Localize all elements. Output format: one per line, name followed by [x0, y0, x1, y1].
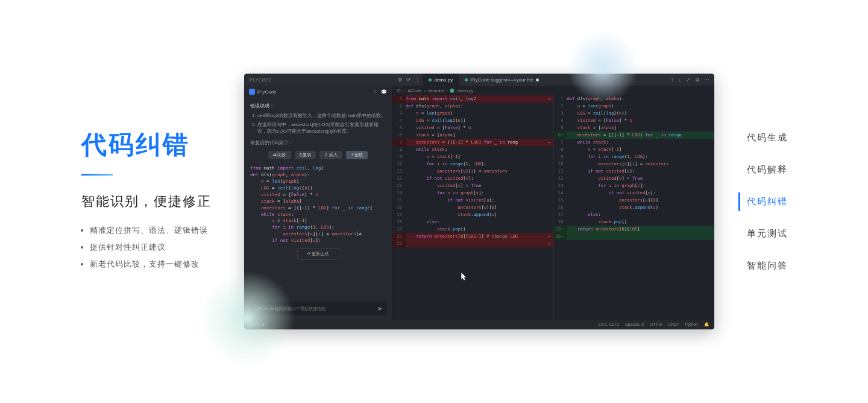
bullet-item: 提供针对性纠正建议 [90, 242, 244, 253]
arrow-up-icon[interactable]: ↑ [671, 77, 674, 83]
tab-label: demo.py [434, 77, 453, 83]
bg-blob [199, 270, 295, 367]
feature-bullets: 精准定位拼写、语法、逻辑错误 提供针对性纠正建议 新老代码比较，支持一键修改 [81, 225, 244, 270]
tab-label: iFlyCode suggest<-->your file [470, 77, 533, 83]
refresh-icon[interactable]: ⟳ [406, 77, 411, 83]
status-lang[interactable]: Python [685, 322, 698, 327]
crumb[interactable]: AICode [407, 89, 421, 93]
status-indent[interactable]: Spaces: 6 [625, 322, 644, 327]
editor-tab-demo[interactable]: demo.py [423, 74, 459, 86]
send-icon[interactable]: ➤ [377, 305, 382, 312]
ide-window: iFLYCODE ⚙ ⟳ demo.py iFlyCode suggest<--… [244, 74, 714, 329]
status-bar: ⊘ 0 ⚠ 0 Ln 6, Col 1 Spaces: 6 UTF-8 CRLF… [244, 320, 714, 329]
crumb[interactable]: demolist [428, 89, 444, 93]
mouse-cursor-icon [461, 273, 467, 281]
bullet-item: 新老代码比较，支持一键修改 [90, 259, 244, 270]
nav-item[interactable]: 代码纠错 [738, 192, 811, 211]
error-item: 在返回语句中，ancestors[0][LOG]可能会引发索引越界错误，因为LO… [257, 122, 386, 135]
share-icon[interactable]: ⇪ [373, 89, 377, 95]
split-icon[interactable]: ⧉ [696, 77, 699, 83]
error-section-label: 错误说明： [250, 103, 386, 109]
feature-description: 代码纠错 智能识别，便捷修正 精准定位拼写、语法、逻辑错误 提供针对性纠正建议 … [81, 128, 244, 276]
status-encoding[interactable]: UTF-8 [650, 322, 662, 327]
iflycode-logo-icon [249, 89, 255, 95]
file-icon [429, 78, 432, 81]
error-item: ceil和log2函数没有被导入，这两个函数是math库中的函数。 [257, 113, 386, 119]
ide-topbar: iFLYCODE ⚙ ⟳ demo.py iFlyCode suggest<--… [244, 74, 714, 86]
chat-icon[interactable]: 💬 [381, 89, 387, 95]
breadcrumb[interactable]: D: › AICode › demolist › ⬤ demo.py [392, 86, 714, 95]
gear-icon[interactable]: ⚙ [398, 77, 403, 83]
copy-button[interactable]: ⎘ 复制 [295, 151, 316, 159]
expand-icon[interactable]: ⤢ [686, 77, 691, 83]
nav-item[interactable]: 单元测试 [738, 224, 811, 243]
ide-brand: iFLYCODE [249, 78, 272, 82]
file-icon [465, 78, 468, 81]
arrow-down-icon[interactable]: ↓ [678, 77, 681, 83]
status-eol[interactable]: CRLF [668, 322, 679, 327]
after-fix-label: 修复后的代码如下： [250, 139, 386, 146]
nav-item[interactable]: 智能问答 [738, 256, 811, 275]
nav-item[interactable]: 代码解释 [738, 160, 811, 179]
regenerate-button[interactable]: ⟳ 重新生成 [297, 248, 339, 260]
create-button[interactable]: + 创建 [346, 151, 368, 159]
sidebar-brand: iFlyCode [257, 89, 277, 95]
page-title: 代码纠错 [81, 128, 244, 162]
nav-item[interactable]: 代码生成 [738, 129, 811, 147]
feature-nav: 代码生成代码解释代码纠错单元测试智能问答 [738, 115, 811, 288]
crumb[interactable]: demo.py [457, 89, 473, 93]
error-list: ceil和log2函数没有被导入，这两个函数是math库中的函数。 在返回语句中… [250, 113, 386, 135]
bullet-item: 精准定位拼写、语法、逻辑错误 [90, 225, 244, 236]
crumb[interactable]: D: [397, 89, 401, 93]
diff-editor: D: › AICode › demolist › ⬤ demo.py 1from… [392, 86, 714, 320]
editor-tab-suggest[interactable]: iFlyCode suggest<-->your file [459, 74, 545, 86]
suggested-code: from math import ceil, log2 def dfs(grap… [250, 165, 386, 244]
dirty-dot-icon [536, 78, 539, 81]
insert-button[interactable]: ⇩ 插入 [319, 151, 342, 159]
title-underline [81, 174, 113, 176]
divider [417, 76, 418, 83]
compare-button[interactable]: ⇄ 比较 [268, 151, 291, 159]
more-icon[interactable]: ⋯ [704, 77, 709, 83]
diff-pane-modified[interactable]: 1def dfs(graph, alpha):2 n = len(graph)3… [554, 95, 715, 320]
diff-pane-original[interactable]: 1from math import ceil, log2→2def dfs(gr… [392, 95, 554, 320]
bg-blob [567, 30, 639, 103]
status-cursor[interactable]: Ln 6, Col 1 [599, 322, 619, 327]
page-subtitle: 智能识别，便捷修正 [81, 192, 244, 211]
bell-icon[interactable]: 🔔 [704, 322, 709, 327]
